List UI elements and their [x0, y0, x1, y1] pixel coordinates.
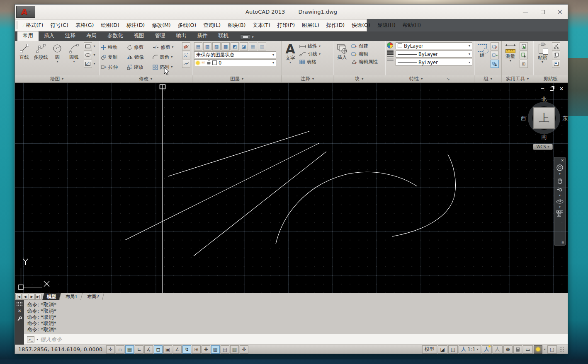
transparency-toggle[interactable]: ▨	[211, 345, 220, 354]
insert-block-button[interactable]: 插入	[335, 42, 349, 60]
navbar-close-icon[interactable]: ×	[561, 158, 564, 162]
layer-unisolate-button[interactable]: ▩	[221, 42, 230, 51]
orbit-button[interactable]	[556, 199, 564, 205]
annotation-monitor-toggle[interactable]: ✜	[240, 345, 248, 354]
last-layout-button[interactable]: ▶|	[35, 294, 41, 300]
tab-insert[interactable]: 插入	[39, 31, 60, 41]
command-grip-icon[interactable]	[16, 301, 23, 306]
menu-item[interactable]: 符号(C)	[47, 22, 72, 29]
copy-clip-button[interactable]	[552, 51, 560, 59]
object-snap-toggle[interactable]: ◻	[154, 345, 163, 354]
viewcube-top-face[interactable]: 上	[533, 107, 555, 129]
copy-button[interactable]: 复制	[101, 54, 124, 60]
panel-label-layers[interactable]: 图层▾	[192, 75, 281, 82]
quick-view-viewports-button[interactable]: ◫	[448, 345, 458, 354]
rotate-button[interactable]: 修剪	[127, 44, 151, 51]
viewcube-north-label[interactable]: 北	[523, 96, 565, 103]
scale-button[interactable]: 缩放	[127, 64, 151, 70]
tab-layout1[interactable]: 布局1	[61, 293, 83, 300]
menu-item[interactable]: 修改(M)	[148, 22, 175, 29]
menu-item[interactable]: 格式(F)	[22, 22, 47, 29]
infer-constraints-toggle[interactable]: ✛	[106, 345, 115, 354]
dynamic-input-toggle[interactable]: ⊞	[192, 345, 201, 354]
viewcube[interactable]: 上 北 南 西 东	[523, 96, 565, 140]
auto-annotation-scale-button[interactable]: 人	[493, 345, 503, 354]
panel-label-clipboard[interactable]: 剪贴板	[533, 75, 568, 82]
command-close-button[interactable]: ×	[16, 307, 23, 314]
object-snap-tracking-toggle[interactable]: ∠	[173, 345, 182, 354]
move-button[interactable]: 移动	[101, 44, 124, 51]
paste-button[interactable]: 粘贴 ▾	[535, 42, 550, 64]
hatch-flyout[interactable]: ▾	[92, 60, 97, 68]
cut-button[interactable]	[552, 42, 560, 51]
chevron-down-icon[interactable]: ▾	[559, 205, 561, 209]
join-button[interactable]	[182, 60, 190, 68]
menu-item[interactable]: 图块(B)	[224, 22, 249, 29]
3d-object-snap-toggle[interactable]: ▣	[163, 345, 172, 354]
menu-item[interactable]: 文本(T)	[249, 22, 274, 29]
maximize-button[interactable]	[541, 10, 545, 14]
circle-button[interactable]: 圆 ▾	[50, 42, 65, 63]
panel-label-modify[interactable]: 修改▾	[99, 75, 192, 82]
model-space-button[interactable]: 模型	[422, 345, 437, 354]
tab-home[interactable]: 常用	[17, 31, 39, 41]
select-all-button[interactable]	[520, 51, 528, 59]
menu-item[interactable]: 标注(D)	[123, 22, 148, 29]
arc-button[interactable]: 圆弧 ▾	[66, 42, 82, 63]
quick-select-button[interactable]	[520, 42, 528, 51]
annotation-scale-button[interactable]: 人 1:1 ▾	[459, 345, 481, 354]
dynamic-ucs-toggle[interactable]: ↯	[182, 345, 191, 354]
trim-button[interactable]: 修剪修剪修剪修剪修剪修剪修剪修剪修剪▾	[153, 44, 180, 51]
layer-freeze-button[interactable]: ◩	[231, 42, 239, 51]
layer-isolate-button[interactable]: ▨	[212, 42, 221, 51]
layer-settings-button[interactable]: ▦	[249, 42, 257, 51]
group-button[interactable]: 组	[476, 42, 488, 58]
panel-launcher-icon[interactable]: ↘	[446, 77, 450, 81]
stretch-button[interactable]: 拉伸	[101, 64, 124, 70]
edit-block-button[interactable]: 编辑	[351, 51, 378, 57]
text-button[interactable]: A 文字 ▾	[283, 42, 297, 64]
close-button[interactable]: ×	[557, 8, 563, 16]
command-history[interactable]: 命令: *取消* 命令: *取消* 命令: *取消* 命令: *取消* 命令: …	[24, 300, 568, 334]
first-layout-button[interactable]: |◀	[15, 294, 22, 300]
prev-layout-button[interactable]: ◀	[22, 294, 28, 300]
tab-model[interactable]: 模型	[42, 293, 61, 300]
tab-parametric[interactable]: 参数化	[102, 31, 129, 41]
layer-properties-button[interactable]: ▤	[194, 42, 202, 51]
color-wheel-icon[interactable]	[387, 42, 393, 48]
zoom-button[interactable]	[556, 186, 564, 193]
create-block-button[interactable]: 创建	[351, 43, 378, 49]
object-color-dropdown[interactable]: ByLayer ▾	[396, 42, 472, 49]
menu-item[interactable]: 帮助(H)	[399, 22, 424, 29]
status-menu-arrow[interactable]: ▾	[543, 348, 547, 351]
ortho-mode-toggle[interactable]: ∟	[135, 345, 143, 354]
panel-label-properties[interactable]: 特性▾↘	[385, 75, 474, 82]
layer-state-dropdown[interactable]: 未保存的图层状态 ▾	[194, 51, 276, 58]
grid-display-toggle[interactable]: ▦	[125, 345, 134, 354]
edit-attributes-button[interactable]: 编辑属性	[351, 59, 378, 65]
group-selection-toggle[interactable]	[491, 60, 499, 68]
fillet-button[interactable]: 圆角▾	[153, 54, 180, 60]
viewcube-south-label[interactable]: 南	[523, 133, 565, 141]
annotation-visibility-button[interactable]: 人	[482, 345, 492, 354]
dimension-button[interactable]: 线性▾	[299, 43, 321, 49]
menu-item[interactable]: 快选(Q)	[348, 22, 374, 29]
polar-tracking-toggle[interactable]: ∡	[144, 345, 153, 354]
lineweight-toggle[interactable]: ✚	[202, 345, 210, 354]
chevron-down-icon[interactable]: ▾	[36, 338, 38, 341]
menu-item[interactable]: 多线(O)	[174, 22, 200, 29]
layer-off-button[interactable]: ◪	[240, 42, 248, 51]
layer-bulb-button[interactable]: ▥	[258, 42, 266, 51]
menu-item[interactable]: 显隐(H)	[374, 22, 399, 29]
ellipse-button[interactable]	[84, 51, 92, 59]
panel-label-draw[interactable]: 绘图▾	[15, 75, 99, 82]
command-customize-button[interactable]	[16, 316, 23, 322]
layer-dropdown[interactable]: ☼ 0 ▾	[194, 59, 276, 66]
viewcube-east-label[interactable]: 东	[562, 115, 568, 122]
linetype-icon[interactable]	[387, 56, 394, 61]
panel-label-utilities[interactable]: 实用工具▾	[502, 75, 533, 82]
group-add-button[interactable]	[491, 51, 499, 59]
menu-item[interactable]: 打印(P)	[274, 22, 298, 29]
tab-annotate[interactable]: 注释	[60, 31, 81, 41]
menu-item[interactable]: 查询(L)	[200, 22, 224, 29]
